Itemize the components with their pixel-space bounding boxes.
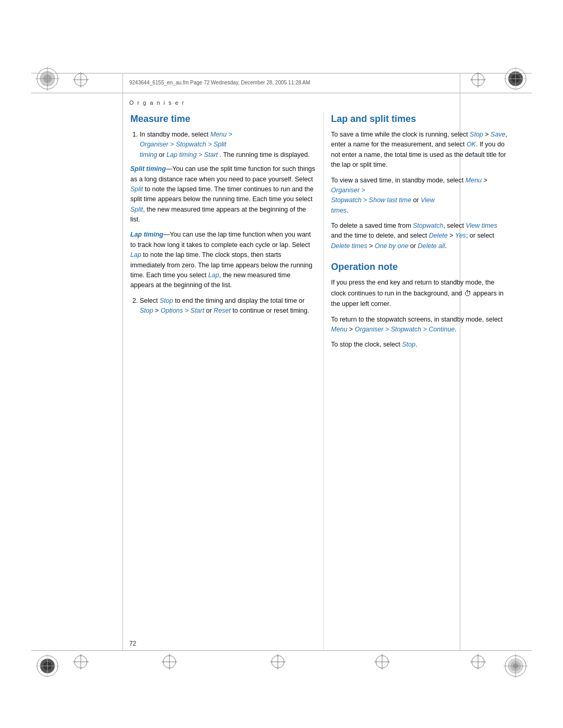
para3-semi: ; or select (466, 232, 494, 239)
step2-start2: > Start (183, 307, 204, 314)
para2-menu: Menu (466, 177, 482, 184)
step1-start: > Start (199, 151, 218, 158)
para2-organiser: Organiser > (331, 187, 365, 194)
para2-start: To view a saved time, in standby mode, s… (331, 177, 466, 184)
step2-rest: to end the timing and display the total … (173, 297, 304, 304)
deco-circle-top-left (35, 67, 59, 93)
step1-lap: Lap timing (166, 151, 197, 158)
para1-ok: OK (467, 141, 476, 148)
step1-menu: Menu > (211, 131, 232, 138)
step2-options: Options (161, 307, 183, 314)
step-2-item: Select Stop to end the timing and displa… (140, 296, 315, 316)
para3-yes: Yes (455, 232, 466, 239)
lap-split-para1: To save a time while the clock is runnin… (331, 130, 508, 170)
step2-arrow: > (153, 307, 161, 314)
split-timing-para: Split timing—You can use the split time … (130, 164, 315, 225)
op-note-para3: To stop the clock, select Stop. (331, 340, 508, 350)
reg-mark-bottom-center-right (374, 654, 390, 672)
op-para2-organiser: Organiser > Stopwatch > Continue (355, 326, 455, 333)
op-para2-end: . (455, 326, 456, 333)
stopwatch-icon: ⏱ (464, 289, 471, 298)
para3-start: To delete a saved time from (331, 222, 413, 229)
reg-mark-bottom-center-left (162, 654, 177, 672)
deco-circle-top-right (504, 67, 528, 93)
para3-delete: Delete (429, 232, 448, 239)
reg-mark-top-right (470, 72, 486, 90)
op-para3-stop: Stop (402, 341, 415, 348)
deco-circle-bottom-right (504, 654, 528, 680)
right-column: Lap and split times To save a time while… (331, 114, 508, 350)
left-vertical-line (123, 73, 123, 651)
section-label: O r g a n i s e r (129, 100, 185, 106)
reg-mark-bottom-center (270, 654, 286, 672)
para3-rest2: and the time to delete, and select (331, 232, 429, 239)
para1-stop: Stop (470, 131, 483, 138)
step-1: In standby mode, select Menu > Organiser… (130, 130, 315, 316)
middle-divider (323, 112, 324, 651)
para3-arrow2: > (367, 242, 374, 250)
lap-link: Lap (130, 251, 141, 258)
page-number: 72 (129, 640, 136, 647)
reg-mark-top-left (73, 72, 89, 90)
step-1-item: In standby mode, select Menu > Organiser… (140, 130, 315, 160)
para3-arrow: > (448, 232, 455, 239)
split-link: Split (130, 186, 143, 193)
operation-note-heading: Operation note (331, 262, 508, 273)
para3-deleteall: Delete all (418, 242, 445, 250)
step2-stop2: Stop (140, 307, 153, 314)
footer-line (31, 650, 532, 651)
para3-onebyone: One by one (375, 242, 409, 250)
op-para2-start: To return to the stopwatch screens, in s… (331, 316, 503, 323)
measure-time-heading: Measure time (130, 114, 315, 125)
op-note-para2: To return to the stopwatch screens, in s… (331, 315, 508, 335)
split-rest: to note the lapsed time. The timer conti… (130, 186, 313, 203)
header-top-line (31, 73, 532, 73)
para3-delete2: Delete times (331, 242, 367, 250)
lap-split-heading: Lap and split times (331, 114, 508, 125)
para2-end: . (347, 207, 348, 214)
header-bottom-line (31, 93, 532, 93)
op-para3-start: To stop the clock, select (331, 341, 402, 348)
split-link2: Split (130, 206, 143, 213)
lap-split-para3: To delete a saved time from Stopwatch, s… (331, 221, 508, 251)
para2-arrow: > (482, 177, 487, 184)
step2-stop: Stop (160, 297, 173, 304)
para1-save: Save (491, 131, 506, 138)
para3-rest: , select (443, 222, 466, 229)
step1-intro: In standby mode, select (140, 131, 211, 138)
para1-arrow: > (483, 131, 491, 138)
para3-or: or (408, 242, 418, 250)
para3-stopwatch: Stopwatch (413, 222, 443, 229)
lap-link2: Lap (208, 272, 219, 279)
split-timing-label: Split timing (130, 165, 166, 172)
op-para2-arrow: > (347, 326, 354, 333)
para2-or: or (411, 196, 421, 204)
para2-stopwatch: Stopwatch > Show last time (331, 196, 411, 204)
lap-timing-label: Lap timing (130, 231, 163, 238)
lap-dash: — (163, 231, 170, 238)
split-rest2: , the new measured time appears at the b… (130, 206, 306, 223)
step2-start: Select (140, 297, 160, 304)
lap-timing-para: Lap timing—You can use the lap time func… (130, 230, 315, 290)
step2-end: to continue or reset timing. (230, 307, 309, 314)
op-para2-menu: Menu (331, 326, 347, 333)
lap-split-para2: To view a saved time, in standby mode, s… (331, 176, 508, 216)
para1-start: To save a time while the clock is runnin… (331, 131, 470, 138)
deco-circle-bottom-left (35, 654, 59, 680)
step2-or: or (204, 307, 214, 314)
step2-reset: Reset (214, 307, 231, 314)
para3-end: . (445, 242, 447, 250)
left-column: Measure time In standby mode, select Men… (130, 114, 315, 320)
op-para3-end: . (415, 341, 417, 348)
step1-rest: . The running time is displayed. (219, 151, 310, 158)
reg-mark-bottom-right (470, 654, 486, 672)
op-note-para1: If you press the end key and return to s… (331, 278, 508, 309)
page-container: 9243644_6155_en_au.fm Page 72 Wednesday,… (0, 0, 563, 728)
reg-mark-bottom-left (73, 654, 89, 672)
step1-or: or (159, 151, 167, 158)
header-text: 9243644_6155_en_au.fm Page 72 Wednesday,… (129, 80, 310, 85)
split-dash: — (166, 165, 173, 172)
para3-view: View times (466, 222, 497, 229)
